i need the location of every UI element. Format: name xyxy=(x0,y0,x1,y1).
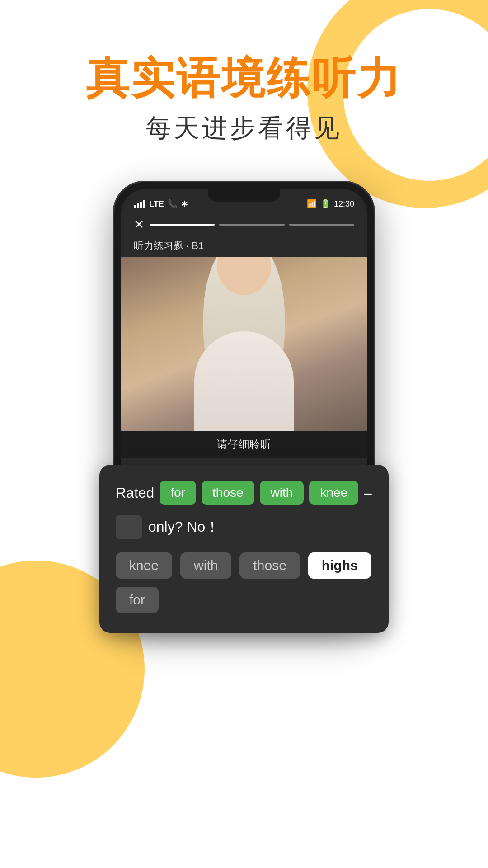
bc-chip-with[interactable]: with xyxy=(260,481,304,505)
bc-word-chip-highs[interactable]: highs xyxy=(308,552,371,579)
bc-label: Rated xyxy=(116,485,154,501)
progress-bar-2 xyxy=(219,224,284,226)
bc-word-chip-with[interactable]: with xyxy=(180,552,231,579)
figure-body xyxy=(194,331,294,431)
status-time: 12:30 xyxy=(334,199,354,209)
bc-word-choices: knee with those highs for xyxy=(116,552,372,613)
lte-indicator: LTE xyxy=(149,199,164,209)
status-bar-right: 📶 🔋 12:30 xyxy=(307,199,354,209)
bc-blank[interactable] xyxy=(116,515,142,539)
status-bar-left: LTE 📞 ✱ xyxy=(134,199,188,209)
bc-chip-for[interactable]: for xyxy=(160,481,196,505)
bc-second-line: only? No！ xyxy=(116,515,372,539)
main-title: 真实语境练听力 xyxy=(0,54,488,102)
progress-bar-3 xyxy=(289,224,354,226)
bottom-card-sentence: Rated for those with knee – xyxy=(116,481,372,505)
bc-dash: – xyxy=(364,485,372,501)
header-section: 真实语境练听力 每天进步看得见 xyxy=(0,54,488,146)
bc-word-chip-knee[interactable]: knee xyxy=(116,552,172,579)
progress-bar-1 xyxy=(150,224,215,226)
bc-word-chip-for[interactable]: for xyxy=(116,587,159,613)
bluetooth-icon: ✱ xyxy=(181,199,188,209)
progress-bars xyxy=(150,224,354,226)
call-icon: 📞 xyxy=(168,199,178,209)
sub-title: 每天进步看得见 xyxy=(0,111,488,146)
progress-area: ✕ xyxy=(121,212,367,236)
close-button[interactable]: ✕ xyxy=(134,217,144,232)
bc-remaining: only? No！ xyxy=(148,517,220,537)
lesson-label: 听力练习题 · B1 xyxy=(121,236,367,257)
video-scene xyxy=(121,257,367,431)
bc-chip-knee[interactable]: knee xyxy=(309,481,358,505)
bc-chip-those[interactable]: those xyxy=(202,481,254,505)
bottom-card: Rated for those with knee – only? No！ kn… xyxy=(99,465,389,633)
phone-mockup: LTE 📞 ✱ 📶 🔋 12:30 ✕ xyxy=(113,181,375,624)
listen-prompt: 请仔细聆听 xyxy=(121,431,367,458)
wifi-icon: 📶 xyxy=(307,199,317,209)
video-area[interactable] xyxy=(121,257,367,431)
battery-icon: 🔋 xyxy=(320,199,330,209)
bc-word-chip-those[interactable]: those xyxy=(239,552,300,579)
phone-notch xyxy=(208,189,280,202)
signal-icon xyxy=(134,200,145,208)
